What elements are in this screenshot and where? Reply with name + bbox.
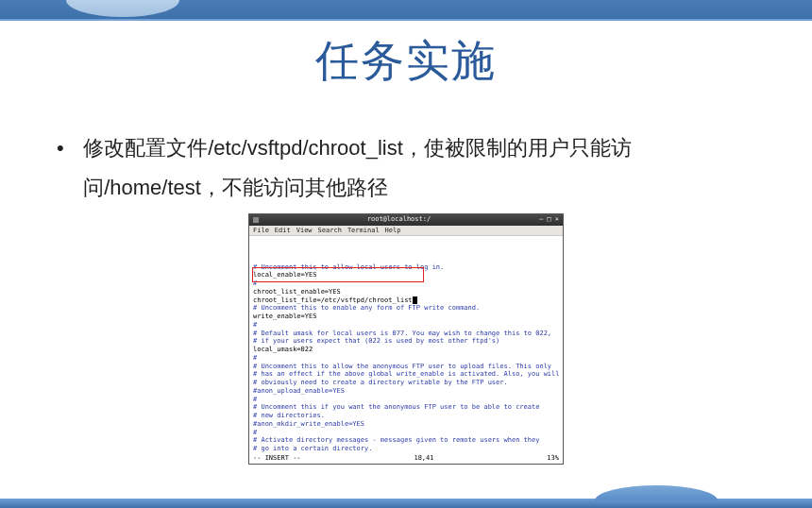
window-controls-icon: – □ × [539,215,559,224]
terminal-line: chroot_list_enable=YES [253,288,559,296]
terminal-line: # Default umask for local users is 077. … [253,330,559,338]
menu-item: Edit [275,227,291,234]
terminal-line: # Uncomment this to allow local users to… [253,263,559,272]
terminal-line: # Uncomment this to allow the anonymous … [253,363,559,371]
terminal-titlebar: root@localhost:/ – □ × [249,214,563,226]
bullet-marker: • [57,128,77,168]
terminal-line: # [253,429,559,437]
terminal-body: # Uncomment this to allow local users to… [249,236,563,454]
terminal-line: local_umask=022 [253,346,559,354]
bullet-text: 修改配置文件/etc/vsftpd/chroot_list，使被限制的用户只能访… [83,128,753,208]
menu-item: Terminal [347,227,380,234]
window-icon [253,217,259,223]
terminal-menubar: FileEditViewSearchTerminalHelp [249,226,563,237]
terminal-line: # has an effect if the above global writ… [253,370,559,379]
terminal-line: # [253,321,559,330]
terminal-line: chroot_list_file=/etc/vsftpd/chroot_list [253,296,559,305]
terminal-line: # obviously need to create a directory w… [253,379,559,387]
terminal-line: # new directories. [253,412,559,420]
cursor-icon [413,296,417,304]
terminal-line: # [253,354,559,363]
terminal-line: # Uncomment this to enable any form of F… [253,304,559,313]
terminal-line: # go into a certain directory. [253,445,559,453]
status-mode: -- INSERT -- [253,454,301,463]
terminal-line: local_enable=YES [253,271,559,279]
terminal-line: #anon_upload_enable=YES [253,387,559,396]
terminal-title: root@localhost:/ [262,215,535,224]
terminal-line: # Uncomment this if you want the anonymo… [253,403,559,412]
terminal-line: #anon_mkdir_write_enable=YES [253,420,559,429]
slide-bottom-border [0,499,812,508]
menu-item: View [296,227,313,234]
slide-title: 任务实施 [0,32,812,91]
menu-item: File [253,227,269,234]
menu-item: Search [318,227,342,234]
terminal-line: write_enable=YES [253,313,559,321]
terminal-line: # [253,279,559,288]
slide-body: • 修改配置文件/etc/vsftpd/chroot_list，使被限制的用户只… [57,128,755,208]
slide-top-border [0,0,812,21]
terminal-line: # if your users expect that (022 is used… [253,337,559,346]
terminal-statusbar: -- INSERT -- 18,41 13% [249,454,563,464]
status-position: 18,41 [414,454,433,463]
status-percent: 13% [547,454,559,463]
terminal-line: # Activate directory messages - messages… [253,436,559,445]
terminal-screenshot: root@localhost:/ – □ × FileEditViewSearc… [248,213,564,465]
terminal-line: # [253,396,559,404]
menu-item: Help [385,227,401,234]
